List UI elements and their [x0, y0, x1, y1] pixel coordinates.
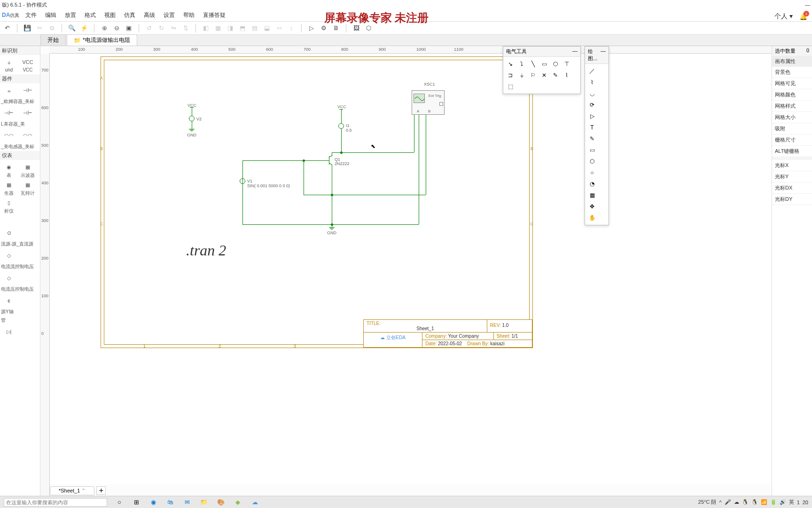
dist-v-icon[interactable]: ↕	[287, 24, 296, 32]
flag-tool-icon[interactable]: ⚐	[528, 70, 538, 80]
label-v2[interactable]: V2	[196, 117, 202, 121]
netport-tool-icon[interactable]: ⬡	[550, 59, 561, 69]
comp-gnd[interactable]: ⏚und	[0, 57, 18, 72]
spice-directive[interactable]: .tran 2	[186, 242, 226, 259]
menu-simulate[interactable]: 仿真	[120, 10, 139, 20]
zoom-fit-icon[interactable]: ▣	[125, 24, 133, 32]
sim-settings-icon[interactable]: ⚙	[320, 24, 328, 32]
bus-tool-icon[interactable]: ⤵	[516, 59, 527, 69]
prop-grid-color[interactable]: 网格颜色	[772, 89, 812, 101]
rotate-left-icon[interactable]: ↺	[145, 24, 153, 32]
tab-schematic[interactable]: 📁*电流源做输出电阻	[67, 34, 137, 46]
tray-time[interactable]: 1	[797, 500, 800, 505]
align-right-icon[interactable]: ◨	[226, 24, 234, 32]
mail-icon[interactable]: ✉	[180, 497, 195, 508]
flip-v-icon[interactable]: ⇅	[181, 24, 190, 32]
tab-start[interactable]: 开始	[40, 34, 66, 46]
3d-icon[interactable]: ⬡	[364, 24, 373, 32]
label-xsc1[interactable]: XSC1	[424, 82, 435, 87]
dist-h-icon[interactable]: ⇿	[275, 24, 283, 32]
arc-draw-icon[interactable]: ◡	[587, 88, 597, 99]
polygon-draw-icon[interactable]: ⬡	[587, 156, 597, 167]
rect-draw-icon[interactable]: ▭	[587, 145, 597, 155]
comp-isource[interactable]: ⊙	[0, 228, 18, 238]
comp-meter[interactable]: ◉表	[0, 162, 18, 179]
label-gnd2[interactable]: GND	[327, 230, 336, 235]
menu-view[interactable]: 视图	[101, 10, 119, 20]
search-icon[interactable]: 🔍	[68, 24, 76, 32]
menu-live[interactable]: 直播答疑	[199, 10, 229, 20]
save-icon[interactable]: 💾	[23, 24, 31, 32]
flip-h-icon[interactable]: ⇋	[169, 24, 178, 32]
edge-icon[interactable]: ◉	[146, 497, 161, 508]
align-top-icon[interactable]: ⬒	[238, 24, 247, 32]
tray-qq-icon[interactable]: 🐧	[742, 499, 749, 505]
minimize-icon[interactable]: —	[805, 2, 810, 8]
polyline-draw-icon[interactable]: ⌇	[587, 77, 597, 87]
prop-alt-grid[interactable]: ALT键栅格	[772, 146, 812, 157]
minimize-panel-icon[interactable]: —	[572, 48, 578, 55]
eda-icon[interactable]: ☁	[247, 497, 262, 508]
menu-file[interactable]: 文件	[22, 10, 40, 20]
prop-bgcolor[interactable]: 背景色	[772, 67, 812, 78]
select-tool-icon[interactable]: ⬚	[505, 81, 515, 92]
wire-tool-icon[interactable]: ↘	[505, 59, 515, 69]
arrow-draw-icon[interactable]: ▷	[587, 111, 597, 121]
comp-vcc[interactable]: VCCVCC	[19, 57, 37, 72]
app2-icon[interactable]: ◆	[230, 497, 245, 508]
tray-up-icon[interactable]: ^	[719, 500, 721, 505]
menu-format[interactable]: 格式	[81, 10, 100, 20]
comp-ysource[interactable]: ϵ	[0, 295, 18, 306]
tray-cloud-icon[interactable]: ☁	[734, 499, 739, 505]
tray-mic-icon[interactable]: 🎤	[725, 499, 731, 505]
menu-settings[interactable]: 设置	[160, 10, 179, 20]
tray-battery-icon[interactable]: 🔋	[770, 499, 777, 505]
align-left-icon[interactable]: ◧	[202, 24, 210, 32]
sheet-tab-1[interactable]: *Sheet_1 ⌃	[50, 486, 94, 495]
delete-tool-icon[interactable]: ✕	[539, 70, 549, 80]
prop-snap[interactable]: 吸附	[772, 123, 812, 135]
align-bottom-icon[interactable]: ⬓	[263, 24, 271, 32]
text-draw-icon[interactable]: T	[587, 122, 597, 133]
menu-advanced[interactable]: 高级	[140, 10, 159, 20]
zoom-out-icon[interactable]: ⊖	[112, 24, 121, 32]
prop-grid-dim[interactable]: 栅格尺寸	[772, 135, 812, 146]
label-v1-ref[interactable]: V1	[247, 179, 252, 183]
menu-place[interactable]: 放置	[61, 10, 80, 20]
cortana-icon[interactable]: ○	[112, 497, 127, 508]
label-i1-ref[interactable]: I1	[346, 123, 350, 128]
label-vcc2[interactable]: VCC	[337, 104, 346, 109]
notification-icon[interactable]: 🔔1	[799, 13, 807, 20]
menu-edit[interactable]: 编辑	[41, 10, 60, 20]
comp-resistor[interactable]: ⏛	[0, 85, 18, 95]
taskbar-search[interactable]	[4, 498, 107, 507]
align-center-icon[interactable]: ▦	[214, 24, 222, 32]
gnd-tool-icon[interactable]: ⏚	[516, 70, 527, 80]
tray-qq2-icon[interactable]: 🐧	[751, 499, 758, 505]
comp-vcvs[interactable]: ◇	[0, 273, 18, 283]
rotate-draw-icon[interactable]: ⟳	[587, 100, 597, 110]
image-draw-icon[interactable]: ▦	[587, 190, 597, 200]
prop-grid-size[interactable]: 网格大小	[772, 112, 812, 123]
prop-grid-style[interactable]: 网格样式	[772, 101, 812, 112]
user-menu[interactable]: 个人 ▾	[774, 12, 793, 21]
label-i1-val[interactable]: 0.5	[346, 128, 352, 133]
comp-watt[interactable]: ▦瓦特计	[19, 180, 37, 197]
comp-capacitor[interactable]: ⊣⊢	[19, 85, 37, 95]
electrical-tools-panel[interactable]: 电气工具— ↘ ⤵ ╲ ▭ ⬡ ⊤ ⊐ ⏚ ⚐ ✕ ✎ ⌇ ⬚	[503, 46, 581, 94]
label-v1-val[interactable]: SIN( 0.001 5000 0 0 0)	[247, 183, 290, 188]
taskview-icon[interactable]: ⊞	[129, 497, 144, 508]
line-draw-icon[interactable]: ／	[587, 66, 597, 76]
tray-ime[interactable]: 英	[789, 499, 794, 506]
pan-draw-icon[interactable]: ✋	[587, 213, 597, 223]
zoom-in-icon[interactable]: ⊕	[100, 24, 109, 32]
rotate-right-icon[interactable]: ↻	[157, 24, 165, 32]
tray-wifi-icon[interactable]: 📶	[761, 499, 767, 505]
label-q1-val[interactable]: 2N2222	[335, 161, 350, 166]
schematic-canvas[interactable]: A B C A B C 1 2 3 4 5 TITLE:Sheet_1REV: …	[50, 54, 772, 484]
drawing-tools-panel[interactable]: 绘图...— ／ ⌇ ◡ ⟳ ▷ T ✎ ▭ ⬡ ○ ◔ ▦ ✥ ✋	[585, 46, 609, 225]
weather-widget[interactable]: 25°C 阴	[698, 499, 717, 506]
cut-icon[interactable]: ✂	[35, 24, 44, 32]
line-tool-icon[interactable]: ╲	[528, 59, 538, 69]
undo-icon[interactable]: ↶	[3, 24, 11, 32]
